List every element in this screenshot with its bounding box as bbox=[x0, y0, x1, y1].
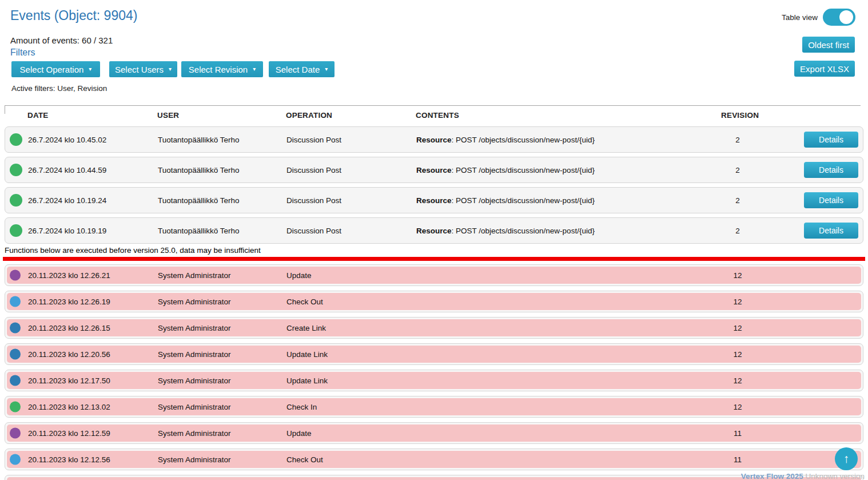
event-row-old: 20.11.2023 klo 12.26.21 System Administr… bbox=[5, 264, 863, 286]
table-view-label: Table view bbox=[782, 13, 818, 22]
event-date: 26.7.2024 klo 10.44.59 bbox=[28, 166, 106, 174]
event-operation: Discussion Post bbox=[286, 166, 341, 174]
event-revision: 11 bbox=[703, 455, 772, 464]
event-status-dot bbox=[10, 323, 21, 334]
event-user: Tuotantopäällikkö Terho bbox=[158, 136, 240, 144]
event-status-dot bbox=[10, 349, 21, 360]
active-filters-text: Active filters: User, Revision bbox=[11, 84, 107, 93]
up-arrow-icon: ↑ bbox=[843, 452, 850, 466]
event-row-old: 20.11.2023 klo 12.12.56 System Administr… bbox=[5, 449, 863, 470]
event-operation: Update Link bbox=[286, 376, 328, 385]
chevron-down-icon: ▾ bbox=[169, 66, 172, 72]
chevron-down-icon: ▾ bbox=[325, 66, 328, 72]
page-title: Events (Object: 9904) bbox=[10, 8, 137, 23]
event-revision: 12 bbox=[703, 324, 772, 332]
select-date-dropdown[interactable]: Select Date ▾ bbox=[269, 61, 335, 77]
event-date: 26.7.2024 klo 10.19.24 bbox=[28, 196, 106, 205]
event-status-dot bbox=[10, 224, 22, 237]
select-revision-dropdown[interactable]: Select Revision ▾ bbox=[181, 61, 263, 77]
event-revision: 11 bbox=[703, 429, 772, 438]
table-top-border bbox=[5, 105, 861, 106]
event-revision: 12 bbox=[703, 403, 772, 411]
details-button[interactable]: Details bbox=[804, 192, 858, 208]
app-footer: Vertex Flow 2025 Unknown version bbox=[741, 472, 865, 480]
event-revision: 2 bbox=[703, 227, 772, 235]
column-header-date: DATE bbox=[27, 111, 49, 120]
event-revision: 2 bbox=[703, 196, 772, 205]
event-operation: Check Out bbox=[286, 297, 323, 306]
event-date: 20.11.2023 klo 12.20.56 bbox=[28, 350, 110, 359]
event-user: System Administrator bbox=[158, 297, 231, 306]
event-row-old: 20.11.2023 klo 12.17.50 System Administr… bbox=[5, 370, 863, 391]
event-row-old: 20.11.2023 klo 12.20.56 System Administr… bbox=[5, 343, 863, 365]
event-contents: Resource: POST /objects/discussion/new-p… bbox=[416, 196, 595, 205]
column-header-operation: OPERATION bbox=[286, 111, 332, 120]
select-revision-label: Select Revision bbox=[189, 65, 248, 74]
event-status-dot bbox=[10, 164, 22, 176]
table-left-border bbox=[5, 105, 5, 114]
event-status-dot bbox=[10, 133, 22, 146]
event-revision: 12 bbox=[703, 297, 772, 306]
event-row: 26.7.2024 klo 10.19.24 Tuotantopäällikkö… bbox=[5, 187, 863, 213]
filters-link[interactable]: Filters bbox=[10, 47, 35, 58]
footer-brand: Vertex Flow 2025 bbox=[741, 472, 803, 480]
chevron-down-icon: ▾ bbox=[89, 66, 91, 72]
select-operation-label: Select Operation bbox=[20, 65, 84, 74]
old-row-highlight bbox=[7, 477, 861, 480]
event-user: System Administrator bbox=[158, 403, 231, 411]
event-user: Tuotantopäällikkö Terho bbox=[158, 227, 240, 235]
event-date: 20.11.2023 klo 12.26.19 bbox=[28, 297, 110, 306]
event-revision: 12 bbox=[703, 271, 772, 280]
event-date: 20.11.2023 klo 12.26.15 bbox=[28, 324, 110, 332]
select-operation-dropdown[interactable]: Select Operation ▾ bbox=[11, 61, 100, 77]
warning-divider bbox=[3, 257, 865, 261]
amount-of-events: Amount of events: 60 / 321 bbox=[10, 35, 113, 45]
oldest-first-button[interactable]: Oldest first bbox=[802, 37, 855, 53]
export-xlsx-button[interactable]: Export XLSX bbox=[794, 61, 855, 77]
event-user: Tuotantopäällikkö Terho bbox=[158, 196, 240, 205]
select-date-label: Select Date bbox=[276, 65, 320, 74]
event-revision: 12 bbox=[703, 350, 772, 359]
column-header-contents: CONTENTS bbox=[416, 111, 459, 120]
event-revision: 12 bbox=[703, 376, 772, 385]
column-header-revision: REVISION bbox=[721, 111, 759, 120]
event-user: Tuotantopäällikkö Terho bbox=[158, 166, 240, 174]
event-user: System Administrator bbox=[158, 429, 231, 438]
event-user: System Administrator bbox=[158, 271, 231, 280]
event-operation: Discussion Post bbox=[286, 227, 341, 235]
event-contents: Resource: POST /objects/discussion/new-p… bbox=[416, 227, 595, 235]
event-status-dot bbox=[10, 296, 21, 307]
scroll-to-top-button[interactable]: ↑ bbox=[835, 447, 858, 470]
event-row-old-partial bbox=[5, 475, 863, 480]
event-status-dot bbox=[10, 194, 22, 207]
details-button[interactable]: Details bbox=[804, 162, 858, 178]
version-warning-text: Functions below are executed before vers… bbox=[5, 246, 261, 255]
event-operation: Update bbox=[286, 271, 312, 280]
details-button[interactable]: Details bbox=[804, 223, 858, 239]
event-date: 20.11.2023 klo 12.26.21 bbox=[28, 271, 110, 280]
event-status-dot bbox=[10, 428, 21, 439]
event-date: 20.11.2023 klo 12.17.50 bbox=[28, 376, 110, 385]
event-date: 26.7.2024 klo 10.19.19 bbox=[28, 227, 106, 235]
event-user: System Administrator bbox=[158, 324, 231, 332]
details-button[interactable]: Details bbox=[804, 132, 858, 148]
event-revision: 2 bbox=[703, 136, 772, 144]
event-contents: Resource: POST /objects/discussion/new-p… bbox=[416, 136, 595, 144]
event-contents: Resource: POST /objects/discussion/new-p… bbox=[416, 166, 595, 174]
event-operation: Update Link bbox=[286, 350, 328, 359]
toggle-knob bbox=[839, 10, 853, 24]
event-user: System Administrator bbox=[158, 376, 231, 385]
event-status-dot bbox=[10, 402, 21, 412]
table-view-toggle[interactable] bbox=[823, 9, 855, 26]
select-users-dropdown[interactable]: Select Users ▾ bbox=[109, 61, 177, 77]
events-page: Events (Object: 9904) Amount of events: … bbox=[0, 0, 868, 480]
event-status-dot bbox=[10, 270, 21, 281]
event-row: 26.7.2024 klo 10.45.02 Tuotantopäällikkö… bbox=[5, 126, 863, 153]
event-operation: Discussion Post bbox=[286, 136, 341, 144]
event-operation: Discussion Post bbox=[286, 196, 341, 205]
event-date: 20.11.2023 klo 12.12.59 bbox=[28, 429, 110, 438]
footer-version: Unknown version bbox=[805, 472, 865, 480]
event-user: System Administrator bbox=[158, 455, 231, 464]
event-date: 20.11.2023 klo 12.13.02 bbox=[28, 403, 110, 411]
event-date: 26.7.2024 klo 10.45.02 bbox=[28, 136, 106, 144]
